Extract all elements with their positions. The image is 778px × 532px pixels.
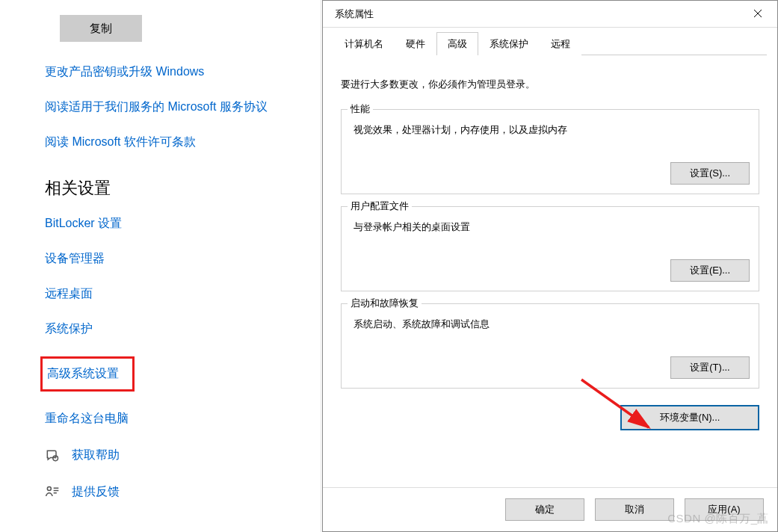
performance-legend: 性能 (348, 102, 373, 116)
ms-service-agreement-link[interactable]: 阅读适用于我们服务的 Microsoft 服务协议 (45, 99, 321, 115)
related-settings-heading: 相关设置 (45, 177, 321, 200)
system-protection-link[interactable]: 系统保护 (45, 321, 321, 337)
device-manager-link[interactable]: 设备管理器 (45, 251, 321, 267)
watermark: CSDN @陈百万_藠 (667, 512, 769, 526)
ms-license-terms-link[interactable]: 阅读 Microsoft 软件许可条款 (45, 134, 321, 150)
user-profile-desc: 与登录帐户相关的桌面设置 (354, 220, 750, 234)
startup-recovery-legend: 启动和故障恢复 (348, 297, 422, 310)
feedback-row[interactable]: 提供反馈 (45, 484, 321, 500)
ok-button[interactable]: 确定 (505, 498, 584, 521)
tab-strip: 计算机名 硬件 高级 系统保护 远程 (323, 28, 777, 55)
performance-desc: 视觉效果，处理器计划，内存使用，以及虚拟内存 (354, 123, 750, 137)
cancel-button[interactable]: 取消 (595, 498, 674, 521)
environment-variables-button[interactable]: 环境变量(N)... (620, 405, 759, 430)
tab-remote[interactable]: 远程 (540, 32, 581, 55)
settings-left-panel: 复制 更改产品密钥或升级 Windows 阅读适用于我们服务的 Microsof… (0, 0, 321, 532)
advanced-system-settings-link[interactable]: 高级系统设置 (47, 366, 119, 382)
tab-hardware[interactable]: 硬件 (395, 32, 436, 55)
svg-text:?: ? (55, 456, 57, 460)
close-icon (753, 8, 762, 20)
startup-recovery-settings-button[interactable]: 设置(T)... (670, 356, 750, 379)
tab-body-advanced: 要进行大多数更改，你必须作为管理员登录。 性能 视觉效果，处理器计划，内存使用，… (323, 55, 777, 487)
rename-pc-link[interactable]: 重命名这台电脑 (45, 411, 321, 427)
admin-note: 要进行大多数更改，你必须作为管理员登录。 (341, 78, 759, 91)
performance-settings-button[interactable]: 设置(S)... (670, 162, 750, 185)
get-help-row[interactable]: ? 获取帮助 (45, 448, 321, 463)
startup-recovery-desc: 系统启动、系统故障和调试信息 (354, 318, 750, 331)
svg-point-2 (47, 486, 51, 490)
tab-system-protection[interactable]: 系统保护 (478, 32, 540, 55)
startup-recovery-group: 启动和故障恢复 系统启动、系统故障和调试信息 设置(T)... (341, 303, 759, 389)
user-profile-legend: 用户配置文件 (348, 200, 412, 213)
user-profile-group: 用户配置文件 与登录帐户相关的桌面设置 设置(E)... (341, 206, 759, 291)
highlight-annotation: 高级系统设置 (40, 356, 135, 392)
tab-computer-name[interactable]: 计算机名 (333, 32, 395, 55)
copy-button[interactable]: 复制 (60, 15, 142, 42)
feedback-label: 提供反馈 (72, 484, 120, 500)
dialog-title: 系统属性 (335, 7, 741, 21)
remote-desktop-link[interactable]: 远程桌面 (45, 286, 321, 302)
get-help-label: 获取帮助 (72, 448, 120, 463)
performance-group: 性能 视觉效果，处理器计划，内存使用，以及虚拟内存 设置(S)... (341, 109, 759, 194)
feedback-icon (45, 485, 60, 500)
chat-help-icon: ? (45, 448, 60, 463)
system-properties-dialog: 系统属性 计算机名 硬件 高级 系统保护 远程 要进行大多数更改，你必须作为管理… (322, 0, 778, 532)
change-product-key-link[interactable]: 更改产品密钥或升级 Windows (45, 64, 321, 80)
close-button[interactable] (741, 3, 774, 25)
user-profile-settings-button[interactable]: 设置(E)... (670, 259, 750, 282)
bitlocker-link[interactable]: BitLocker 设置 (45, 216, 321, 232)
dialog-titlebar: 系统属性 (323, 1, 777, 28)
tab-advanced[interactable]: 高级 (436, 32, 478, 55)
